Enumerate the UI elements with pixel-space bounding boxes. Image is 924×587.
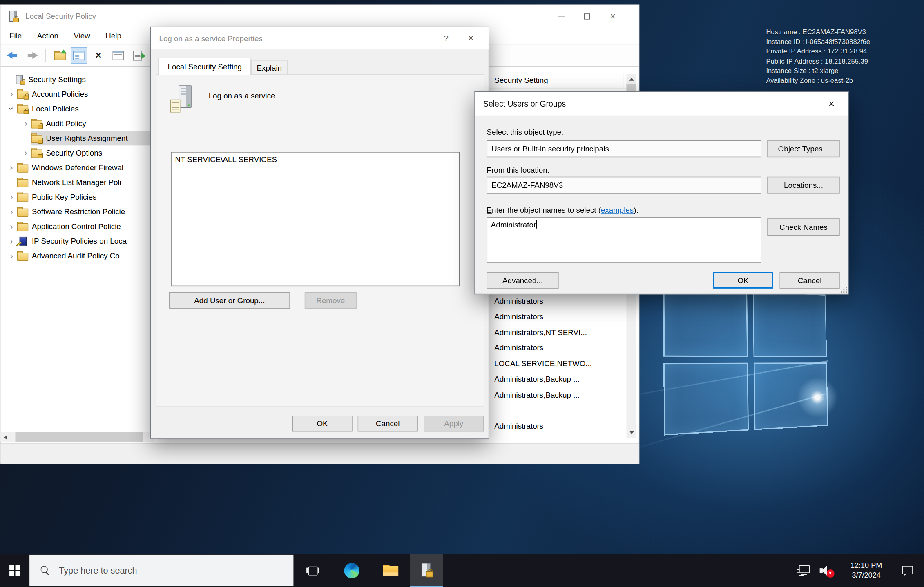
network-icon[interactable] [797,565,811,576]
export-list-button[interactable] [129,47,145,63]
tree-item[interactable]: › Audit Policy [0,116,154,131]
ok-button[interactable]: OK [713,272,773,288]
dialog-titlebar[interactable]: Select Users or Groups [475,92,848,116]
advanced-button[interactable]: Advanced... [487,272,559,288]
window-titlebar[interactable]: Local Security Policy × [0,5,638,27]
chevron-icon[interactable]: › [7,104,16,114]
back-button[interactable] [4,47,20,63]
tree-item-label: Public Key Policies [32,193,96,202]
up-one-level-button[interactable] [51,47,68,63]
delete-button[interactable]: × [90,47,107,63]
resize-grip[interactable] [840,286,847,293]
chevron-icon[interactable]: › [7,163,17,172]
close-button[interactable]: × [459,27,483,49]
remove-button: Remove [305,292,357,309]
forward-button[interactable] [24,47,40,63]
tree-item[interactable]: › Security Options [0,145,154,160]
tree-item[interactable]: › Windows Defender Firewal [0,160,154,175]
tree-item-label: Security Options [46,149,103,158]
minimize-button[interactable] [548,5,574,27]
object-type-field[interactable]: Users or Built-in security principals [487,140,761,157]
location-field[interactable]: EC2AMAZ-FAN98V3 [487,177,761,194]
tree-item[interactable]: › Public Key Policies [0,190,154,205]
task-view-button[interactable] [293,554,332,587]
cancel-button[interactable]: Cancel [358,416,418,431]
scroll-up-icon [629,78,634,80]
chevron-icon[interactable]: › [7,237,17,246]
chevron-icon[interactable]: › [20,119,31,128]
add-user-or-group-button[interactable]: Add User or Group... [169,292,290,309]
column-header-security-setting[interactable]: Security Setting [494,76,548,84]
windows-logo-pane [663,285,748,357]
action-center-icon[interactable] [902,565,913,576]
tree-item[interactable]: › Application Control Policie [0,219,154,234]
close-button[interactable]: × [820,92,844,115]
edge-browser-button[interactable] [333,554,371,587]
status-bar [0,443,638,464]
scroll-down-icon [629,431,634,434]
examples-link[interactable]: examples [601,205,634,214]
menu-item[interactable]: View [74,31,90,40]
volume-muted-icon[interactable]: × [819,564,835,577]
chevron-icon[interactable]: › [7,193,17,202]
tree-item[interactable]: › Advanced Audit Policy Co [0,249,154,263]
object-types-button[interactable]: Object Types... [767,140,839,157]
column-divider[interactable] [623,73,623,87]
show-console-tree-button[interactable] [71,47,87,63]
security-setting-cell: Administrators [494,343,543,352]
tab-local-security-setting[interactable]: Local Security Setting [158,58,251,75]
taskbar-search[interactable] [29,555,293,586]
console-tree-icon [73,51,85,60]
menu-item[interactable]: File [9,31,22,40]
file-explorer-icon [383,565,399,576]
file-explorer-button[interactable] [371,554,410,587]
ok-button[interactable]: OK [292,416,353,431]
scroll-left-button[interactable] [0,432,11,442]
chevron-icon[interactable]: › [7,207,17,216]
chevron-icon[interactable]: › [7,251,17,260]
tab-explain[interactable]: Explain [251,60,288,75]
local-security-policy-icon [419,563,434,577]
help-button[interactable]: ? [434,27,458,49]
members-listbox[interactable]: NT SERVICE\ALL SERVICES [171,152,460,286]
local-security-policy-taskbar-button[interactable] [410,554,443,587]
search-input[interactable] [58,565,252,576]
chevron-icon[interactable]: › [7,222,17,231]
maximize-button[interactable] [574,5,600,27]
minimize-icon [558,16,564,16]
menu-item[interactable]: Help [105,31,121,40]
scroll-up-button[interactable] [626,74,636,84]
scroll-down-button[interactable] [626,427,636,438]
taskbar-clock[interactable]: 12:10 PM 3/7/2024 [841,560,891,580]
dialog-title: Log on as a service Properties [159,34,263,43]
chevron-icon[interactable]: › [7,89,17,98]
close-button[interactable]: × [600,5,626,27]
tree-item[interactable]: › IP Security Policies on Loca [0,234,154,249]
tree-item-label: IP Security Policies on Loca [32,237,127,246]
object-names-textarea[interactable]: Administrator [487,217,761,263]
tree-item[interactable]: › Software Restriction Policie [0,205,154,219]
tree-horizontal-scrollbar[interactable] [0,432,154,442]
tree-item-icon [13,74,25,84]
tree-item[interactable]: › Security Settings [0,72,154,87]
chevron-icon[interactable]: › [20,149,31,158]
apply-button: Apply [424,416,484,431]
policy-server-icon [170,85,196,112]
tree-item[interactable]: › Network List Manager Poli [0,175,154,189]
location-label: From this location: [487,165,549,174]
tree-item[interactable]: › User Rights Assignment [0,131,154,145]
object-names-value: Administrator [491,220,536,229]
scrollbar-thumb[interactable] [16,432,143,442]
security-setting-cell: LOCAL SERVICE,NETWO... [494,359,592,368]
instance-info-line: Instance ID : i-065a48f5730882f6e [766,37,870,47]
cancel-button[interactable]: Cancel [780,272,840,288]
properties-button[interactable] [109,47,126,63]
export-list-icon [133,50,142,60]
check-names-button[interactable]: Check Names [767,218,839,236]
tree-item-label: Advanced Audit Policy Co [32,251,120,260]
tree-item[interactable]: › Local Policies [0,101,154,116]
start-button[interactable] [0,554,29,587]
tree-item[interactable]: › Account Policies [0,87,154,101]
menu-item[interactable]: Action [37,31,58,40]
locations-button[interactable]: Locations... [767,177,839,194]
